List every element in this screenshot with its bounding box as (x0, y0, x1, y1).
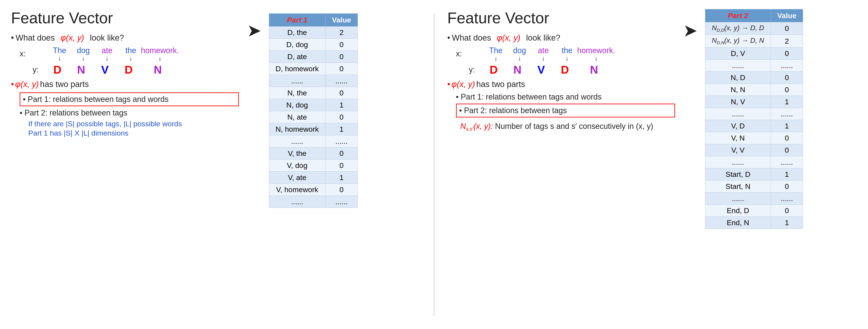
panel1-table-cell: ...... (269, 136, 325, 147)
p2-word-col-5: homework. ↓ (579, 46, 614, 62)
panel1-table-value: 1 (325, 172, 358, 184)
panel1-table: Part 1 Value D, the2D, dog0D, ate0D, hom… (269, 13, 358, 208)
panel1-part2: • Part 2: relations between tags (20, 108, 239, 117)
panel1-table-header-part: Part 1 (269, 13, 325, 27)
panel2-table-value: ...... (771, 192, 803, 204)
panel2-nss-formula: Ns,s′(x, y): Number of tags s and s′ con… (460, 122, 675, 132)
panel2-table-cell: ...... (705, 59, 771, 71)
panel2-table-cell: V, D (705, 120, 771, 132)
panel2-table-cell: V, N (705, 132, 771, 144)
panel2-table-value: 1 (771, 120, 803, 132)
panel1-table-value: ...... (325, 75, 358, 87)
panel2: Feature Vector • What does φ(x, y) look … (447, 9, 857, 320)
panel1-table-cell: D, the (269, 27, 325, 39)
panel2-table-value: 1 (771, 216, 803, 229)
panel1-phi-parts: • φ(x, y) has two parts (11, 80, 239, 89)
panel1-table-value: ...... (325, 136, 358, 147)
panel1-table-cell: N, ate (269, 111, 325, 123)
panel1-words: The ↓ dog ↓ ate ↓ (48, 46, 177, 62)
panel1-table-value: 1 (325, 123, 358, 136)
panel1-tags: y: D N V D N (33, 63, 239, 76)
p2-word-col-2: dog ↓ (508, 46, 531, 62)
panel2-table-cell: End, N (705, 216, 771, 229)
p2-word-col-1: The ↓ (484, 46, 508, 62)
panel2-phi-parts: • φ(x, y) has two parts (447, 80, 675, 89)
word-col-2: dog ↓ (71, 46, 95, 62)
panel2-table-cell: Start, D (705, 168, 771, 180)
panel2-bullet1: • What does φ(x, y) look like? (447, 33, 675, 42)
main-container: Feature Vector • What does φ(x, y) look … (2, 3, 866, 326)
panel2-table-cell: ...... (705, 156, 771, 168)
word-col-3: ate ↓ (95, 46, 119, 62)
panel2-sub-bullets: • Part 1: relations between tags and wor… (456, 92, 675, 132)
panel1-title: Feature Vector (11, 9, 239, 27)
panel2-table-value: ...... (771, 156, 803, 168)
panel1-table-cell: ...... (269, 196, 325, 208)
panel2-table-wrapper: Part 2 Value ND,D(x, y) → D, D 0 ND,N(x,… (705, 9, 857, 229)
panel2-table-value: ...... (771, 108, 803, 120)
panel1-table-value: 1 (325, 99, 358, 111)
panel2-arrow: ➤ (684, 22, 696, 40)
panel2-table-value: 0 (771, 132, 803, 144)
panel2-table-cell: V, V (705, 144, 771, 156)
panel2-table-value: 0 (771, 84, 803, 96)
panel2-words: The ↓ dog ↓ ate ↓ (484, 46, 614, 62)
panel2-table-cell: ...... (705, 192, 771, 204)
panel1-table-value: 2 (325, 27, 358, 39)
panel2-table-cell: End, D (705, 204, 771, 216)
panel1-table-cell: N, dog (269, 99, 325, 111)
panel2-table-cell: ...... (705, 108, 771, 120)
panel1-table-cell: V, ate (269, 172, 325, 184)
panel1-sentence: x: The ↓ dog ↓ ate (20, 46, 239, 76)
panel1-table-value: 0 (325, 147, 358, 159)
panel1-table-value: 0 (325, 63, 358, 75)
panel1-table-value: 0 (325, 87, 358, 99)
panel1-part1-highlighted: • Part 1: relations between tags and wor… (20, 92, 239, 106)
panel1-bullets: • What does φ(x, y) look like? x: The ↓ (11, 33, 239, 137)
panel2-table-cell: Start, N (705, 180, 771, 192)
panel2-table-cell: N, N (705, 84, 771, 96)
panel2-title: Feature Vector (447, 9, 675, 27)
panel1-table-value: 0 (325, 184, 358, 196)
panel1-info: If there are |S| possible tags, |L| poss… (28, 120, 239, 137)
panel2-table-cell: N, D (705, 71, 771, 84)
p2-word-col-4: the ↓ (555, 46, 579, 62)
panel1-left: Feature Vector • What does φ(x, y) look … (11, 9, 239, 137)
panel1-table-cell: V, homework (269, 184, 325, 196)
panel2-part1: • Part 1: relations between tags and wor… (456, 92, 675, 101)
panel2-table-value: 0 (771, 144, 803, 156)
panel1-table-cell: N, homework (269, 123, 325, 136)
word-col-5: homework. ↓ (143, 46, 177, 62)
panel2-left: Feature Vector • What does φ(x, y) look … (447, 9, 675, 132)
panel2-table-header-value: Value (771, 9, 803, 22)
panel2-table-value: 0 (771, 180, 803, 192)
word-col-4: the ↓ (119, 46, 143, 62)
panel1-table-value: 0 (325, 111, 358, 123)
panel1-sub-bullets: • Part 1: relations between tags and wor… (20, 92, 239, 137)
word-col-1: The ↓ (48, 46, 71, 62)
panel1-table-cell: D, dog (269, 39, 325, 51)
panel1-table-cell: N, the (269, 87, 325, 99)
panel1-table-value: 0 (325, 51, 358, 63)
panel2-sentence: x: The ↓ dog ↓ ate (456, 46, 675, 76)
panel2-part2-highlighted: • Part 2: relations between tags (456, 103, 675, 117)
panel2-table-value: 0 (771, 47, 803, 59)
panel2-table-value: 1 (771, 168, 803, 180)
panel2-table-cell: D, V (705, 47, 771, 59)
panel2-tags: y: D N V D N (469, 63, 675, 76)
panel1-table-cell: D, homework (269, 63, 325, 75)
panel1-arrow: ➤ (248, 22, 260, 40)
panel1-table-wrapper: Part 1 Value D, the2D, dog0D, ate0D, hom… (269, 13, 421, 208)
panel2-table: Part 2 Value ND,D(x, y) → D, D 0 ND,N(x,… (705, 9, 803, 229)
panel1-table-header-value: Value (325, 13, 358, 27)
panel1-table-cell: V, dog (269, 159, 325, 172)
panel1-table-cell: ...... (269, 75, 325, 87)
panel1-table-cell: V, the (269, 147, 325, 159)
panel1-table-value: 0 (325, 159, 358, 172)
panel2-table-value: 1 (771, 96, 803, 108)
panel2-table-value: 0 (771, 204, 803, 216)
panel2-table-header-part: Part 2 (705, 9, 771, 22)
panel2-table-value: ...... (771, 59, 803, 71)
panel1: Feature Vector • What does φ(x, y) look … (11, 9, 421, 320)
panel1-table-value: ...... (325, 196, 358, 208)
